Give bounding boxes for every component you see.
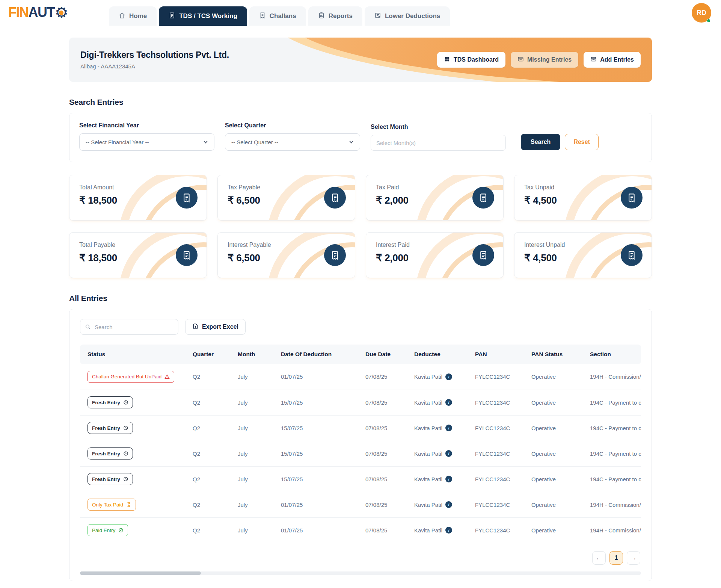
cell-pan-status: Operative	[528, 492, 586, 517]
tab-label: Lower Deductions	[385, 12, 440, 20]
next-page-button[interactable]: →	[627, 551, 640, 565]
status-badge-only-tax-paid: Only Tax Paid	[87, 499, 136, 511]
cell-section: 194C - Payment to c	[586, 415, 641, 441]
clock-icon	[123, 425, 128, 431]
top-navbar: FINAUT⚙ Home TDS / TCS Working Challans …	[0, 0, 721, 26]
cell-due-date: 07/08/25	[362, 517, 410, 543]
info-icon[interactable]: i	[445, 501, 452, 508]
document-badge-icon	[374, 12, 381, 21]
status-badge-fresh-entry: Fresh Entry	[87, 396, 133, 408]
search-button[interactable]: Search	[521, 134, 560, 150]
stat-card-interest-payable: Interest Payable ₹ 6,500	[217, 232, 355, 278]
missing-entries-button[interactable]: Missing Entries	[511, 52, 578, 68]
prev-page-button[interactable]: ←	[592, 551, 606, 565]
cell-month: July	[234, 364, 277, 390]
clock-icon	[123, 476, 128, 482]
table-search-wrap	[80, 319, 178, 335]
check-circle-icon	[118, 528, 124, 533]
logo-text-aut: AUT	[29, 5, 55, 20]
receipt-icon	[324, 187, 346, 209]
badge-label: Challan Generated But UnPaid	[92, 374, 161, 379]
quarter-select[interactable]: -- Select Quarter --	[225, 133, 360, 151]
table-row: Fresh Entry Q2 July 15/07/25 07/08/25 Ka…	[80, 466, 641, 492]
status-badge-challan-unpaid: Challan Generated But UnPaid	[87, 371, 174, 383]
cell-pan: FYLCC1234C	[471, 415, 528, 441]
info-icon[interactable]: i	[445, 527, 452, 534]
tab-label: Reports	[329, 12, 353, 20]
tab-home[interactable]: Home	[109, 6, 157, 26]
cell-date-of-deduction: 01/07/25	[277, 492, 362, 517]
table-row: Challan Generated But UnPaid Q2 July 01/…	[80, 364, 641, 390]
cell-quarter: Q2	[189, 492, 234, 517]
cell-pan-status: Operative	[528, 364, 586, 390]
info-icon[interactable]: i	[445, 450, 452, 457]
main-tabs: Home TDS / TCS Working Challans Reports …	[109, 6, 450, 26]
scrollbar-thumb[interactable]	[80, 571, 201, 575]
tab-lower-deductions[interactable]: Lower Deductions	[365, 6, 450, 26]
button-label: Missing Entries	[527, 56, 572, 63]
page-content: Digi-Trekkers Techsolutions Pvt. Ltd. Al…	[69, 26, 652, 588]
page-1-button[interactable]: 1	[609, 551, 623, 565]
cell-pan: FYLCC1234C	[471, 390, 528, 415]
stat-card-interest-unpaid: Interest Unpaid ₹ 4,500	[514, 232, 652, 278]
button-label: Add Entries	[600, 56, 634, 63]
cell-month: July	[234, 517, 277, 543]
cell-deductee: Kavita Patil	[414, 373, 442, 380]
search-entries-title: Search Entries	[69, 98, 652, 107]
list-icon	[517, 56, 524, 64]
info-icon[interactable]: i	[445, 373, 452, 380]
tab-challans[interactable]: Challans	[249, 6, 306, 26]
month-input[interactable]	[371, 135, 506, 151]
cell-due-date: 07/08/25	[362, 441, 410, 466]
cell-quarter: Q2	[189, 441, 234, 466]
info-icon[interactable]: i	[445, 476, 452, 482]
month-label: Select Month	[371, 124, 506, 130]
grid-icon	[444, 56, 450, 64]
search-actions: Search Reset	[521, 134, 599, 151]
cell-section: 194H - Commission/	[586, 364, 641, 390]
tab-reports[interactable]: Reports	[308, 6, 362, 26]
badge-label: Only Tax Paid	[92, 502, 123, 508]
info-icon[interactable]: i	[445, 399, 452, 406]
cell-date-of-deduction: 15/07/25	[277, 441, 362, 466]
status-badge-fresh-entry: Fresh Entry	[87, 447, 133, 460]
col-quarter: Quarter	[189, 345, 234, 364]
financial-year-label: Select Financial Year	[79, 122, 214, 129]
table-header-row: Status Quarter Month Date Of Deduction D…	[80, 345, 641, 364]
cell-deductee: Kavita Patil	[414, 399, 442, 406]
cell-quarter: Q2	[189, 466, 234, 492]
cell-section: 194C - Payment to c	[586, 390, 641, 415]
tds-dashboard-button[interactable]: TDS Dashboard	[437, 52, 505, 68]
horizontal-scrollbar	[80, 571, 641, 575]
company-subtitle: Alibag - AAAA12345A	[80, 63, 229, 70]
table-row: Fresh Entry Q2 July 15/07/25 07/08/25 Ka…	[80, 390, 641, 415]
export-excel-button[interactable]: Export Excel	[185, 319, 246, 335]
info-icon[interactable]: i	[445, 425, 452, 431]
col-month: Month	[234, 345, 277, 364]
financial-year-select[interactable]: -- Select Financial Year --	[79, 133, 214, 151]
col-status: Status	[80, 345, 189, 364]
receipt-icon	[472, 187, 494, 209]
stats-grid: Total Amount ₹ 18,500 Tax Payable ₹ 6,50…	[69, 175, 652, 278]
status-badge-fresh-entry: Fresh Entry	[87, 473, 133, 485]
cell-due-date: 07/08/25	[362, 466, 410, 492]
table-search-input[interactable]	[80, 319, 178, 335]
hourglass-icon	[126, 502, 131, 507]
logo-text-fin: FIN	[8, 5, 29, 20]
stat-card-total-payable: Total Payable ₹ 18,500	[69, 232, 207, 278]
receipt-icon	[324, 244, 346, 266]
cell-pan-status: Operative	[528, 415, 586, 441]
add-entries-button[interactable]: Add Entries	[584, 52, 641, 68]
stat-card-tax-payable: Tax Payable ₹ 6,500	[217, 175, 355, 221]
cell-deductee: Kavita Patil	[414, 425, 442, 431]
finauto-logo[interactable]: FINAUT⚙	[8, 5, 68, 20]
button-label: TDS Dashboard	[454, 56, 499, 63]
reset-button[interactable]: Reset	[565, 134, 599, 150]
col-pan-status: PAN Status	[528, 345, 586, 364]
cell-pan: FYLCC1234C	[471, 517, 528, 543]
receipt-icon	[472, 244, 494, 266]
pagination: ← 1 →	[80, 551, 641, 565]
cell-date-of-deduction: 01/07/25	[277, 364, 362, 390]
tab-tds-tcs-working[interactable]: TDS / TCS Working	[159, 6, 247, 26]
entries-toolbar: Export Excel	[80, 319, 641, 335]
